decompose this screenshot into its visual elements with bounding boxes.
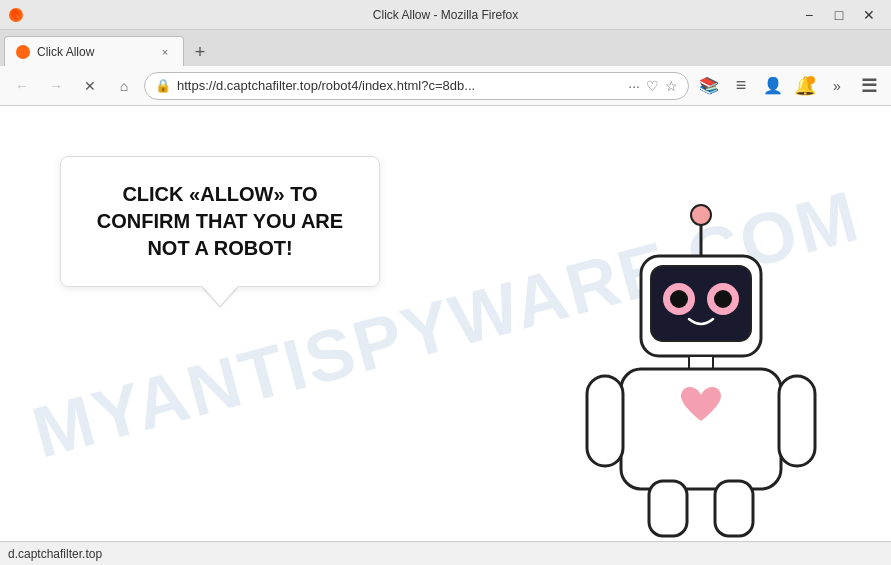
star-icon[interactable]: ☆: [665, 78, 678, 94]
address-bar[interactable]: 🔒 https://d.captchafilter.top/robot4/ind…: [144, 72, 689, 100]
extensions-icon[interactable]: »: [823, 72, 851, 100]
lock-icon: 🔒: [155, 78, 171, 93]
new-tab-button[interactable]: +: [186, 38, 214, 66]
tab-favicon-icon: [15, 44, 31, 60]
forward-button[interactable]: →: [42, 72, 70, 100]
svg-point-8: [670, 290, 688, 308]
back-button[interactable]: ←: [8, 72, 36, 100]
page-content: MYANTISPYWARE.COM CLICK «ALLOW» TO CONFI…: [0, 106, 891, 541]
robot-illustration: [541, 201, 861, 541]
titlebar: Click Allow - Mozilla Firefox − □ ✕: [0, 0, 891, 30]
menu-button[interactable]: ☰: [855, 72, 883, 100]
svg-point-3: [691, 205, 711, 225]
bubble-text: CLICK «ALLOW» TO CONFIRM THAT YOU ARE NO…: [91, 181, 349, 262]
collections-icon[interactable]: 📚: [695, 72, 723, 100]
window-title: Click Allow - Mozilla Firefox: [0, 8, 891, 22]
notification-icon[interactable]: 🔔: [791, 72, 819, 100]
account-icon[interactable]: 👤: [759, 72, 787, 100]
svg-rect-12: [587, 376, 623, 466]
minimize-button[interactable]: −: [795, 5, 823, 25]
svg-rect-13: [779, 376, 815, 466]
tab-label: Click Allow: [37, 45, 151, 59]
navbar: ← → ✕ ⌂ 🔒 https://d.captchafilter.top/ro…: [0, 66, 891, 106]
reload-button[interactable]: ✕: [76, 72, 104, 100]
maximize-button[interactable]: □: [825, 5, 853, 25]
svg-rect-15: [715, 481, 753, 536]
url-text: https://d.captchafilter.top/robot4/index…: [177, 78, 622, 93]
firefox-icon: [8, 7, 24, 23]
tab-close-button[interactable]: ×: [157, 44, 173, 60]
more-icon[interactable]: ···: [628, 78, 640, 94]
status-url: d.captchafilter.top: [8, 547, 102, 561]
active-tab[interactable]: Click Allow ×: [4, 36, 184, 66]
svg-rect-14: [649, 481, 687, 536]
svg-point-9: [714, 290, 732, 308]
reader-icon[interactable]: ≡: [727, 72, 755, 100]
svg-rect-11: [621, 369, 781, 489]
tabbar: Click Allow × +: [0, 30, 891, 66]
statusbar: d.captchafilter.top: [0, 541, 891, 565]
close-button[interactable]: ✕: [855, 5, 883, 25]
home-button[interactable]: ⌂: [110, 72, 138, 100]
svg-point-1: [16, 45, 30, 59]
speech-bubble: CLICK «ALLOW» TO CONFIRM THAT YOU ARE NO…: [60, 156, 380, 287]
bookmark-heart-icon[interactable]: ♡: [646, 78, 659, 94]
